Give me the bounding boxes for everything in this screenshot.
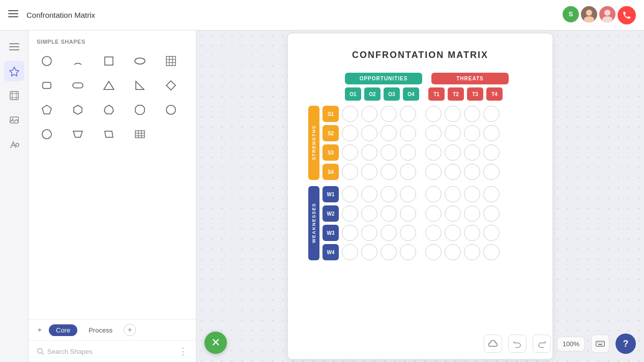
cloud-icon[interactable]: [484, 335, 502, 353]
keyboard-icon[interactable]: [591, 335, 609, 353]
svg-rect-0: [8, 10, 18, 11]
menu-toolbar-btn[interactable]: [4, 37, 24, 57]
right-triangle-shape[interactable]: [130, 75, 150, 96]
hexagon-shape[interactable]: [68, 100, 88, 120]
circle2-shape[interactable]: [161, 100, 181, 120]
svg-rect-29: [73, 83, 83, 88]
help-button[interactable]: ?: [616, 334, 636, 354]
svg-point-38: [42, 130, 51, 139]
opp-badge-o4: O4: [403, 87, 419, 101]
canvas-area[interactable]: CONFRONTATION MATRIX OPPORTUNITIES THREA…: [196, 31, 644, 362]
svg-rect-1: [8, 13, 18, 14]
octagon-shape[interactable]: [130, 100, 150, 120]
strengths-vertical-label: STRENGTHS: [308, 106, 319, 180]
svg-rect-7: [9, 43, 19, 44]
svg-marker-33: [42, 105, 51, 114]
frame-toolbar-btn[interactable]: [4, 85, 24, 106]
draw-toolbar-btn[interactable]: [4, 134, 24, 155]
w-badge-w2: W2: [323, 205, 339, 222]
pentagon-shape[interactable]: [37, 100, 57, 120]
add-tab-btn[interactable]: +: [124, 324, 136, 336]
thr-badge-t1: T1: [428, 87, 445, 101]
svg-line-47: [42, 353, 44, 355]
svg-rect-9: [9, 49, 19, 50]
search-icon: [37, 347, 44, 355]
diagram-card: CONFRONTATION MATRIX OPPORTUNITIES THREA…: [288, 34, 552, 359]
opportunities-label: OPPORTUNITIES: [345, 73, 422, 84]
triangle-shape[interactable]: [99, 75, 119, 96]
svg-marker-30: [104, 81, 114, 89]
avatar-s: S: [563, 6, 579, 22]
svg-marker-40: [105, 131, 113, 137]
svg-rect-28: [43, 82, 51, 88]
phone-button[interactable]: [618, 6, 636, 24]
strengths-section: STRENGTHS S1 S2 S3 S4: [308, 106, 532, 180]
svg-rect-48: [596, 341, 605, 346]
thr-badge-t2: T2: [448, 87, 464, 101]
shapes-grid: [37, 51, 188, 144]
search-input[interactable]: [47, 348, 174, 355]
ellipse-shape[interactable]: [130, 51, 150, 71]
avatar-r: [599, 6, 616, 22]
tab-core[interactable]: Core: [49, 324, 77, 336]
svg-marker-36: [135, 105, 144, 114]
rounded-rect-shape[interactable]: [37, 75, 57, 96]
search-bar: ⋮: [28, 340, 196, 362]
svg-rect-11: [10, 92, 18, 100]
diamond-shape[interactable]: [161, 75, 181, 96]
shapes-toolbar-btn[interactable]: [4, 61, 24, 81]
strength-opp-circles: [342, 106, 416, 180]
parallelogram-shape[interactable]: [99, 124, 119, 144]
square-shape[interactable]: [99, 51, 119, 71]
weaknesses-section: WEAKNESSES W1 W2 W3 W4: [308, 186, 532, 260]
table2-shape[interactable]: [130, 124, 150, 144]
close-fab[interactable]: ✕: [204, 331, 227, 354]
s-badge-s1: S1: [323, 106, 339, 122]
left-toolbar: [0, 31, 28, 362]
trapezoid-shape[interactable]: [68, 124, 88, 144]
opp-badge-o1: O1: [345, 87, 361, 101]
circle-shape[interactable]: [37, 51, 57, 71]
arc-shape[interactable]: [68, 51, 88, 71]
image-toolbar-btn[interactable]: [4, 110, 24, 130]
undo-icon[interactable]: [508, 335, 526, 353]
shape-tabs: ✦ Core Process +: [28, 319, 196, 340]
table-shape[interactable]: [161, 51, 181, 71]
weakness-thr-circles: [425, 186, 500, 260]
svg-marker-10: [10, 67, 19, 76]
svg-rect-8: [9, 46, 19, 47]
zoom-level[interactable]: 100%: [557, 337, 585, 351]
diagram-title: CONFRONTATION MATRIX: [308, 50, 532, 61]
svg-marker-32: [166, 81, 175, 90]
tab-process[interactable]: Process: [81, 324, 120, 336]
s-badge-s4: S4: [323, 164, 339, 180]
strength-badges: S1 S2 S3 S4: [323, 106, 339, 180]
shapes-section-label: SIMPLE SHAPES: [37, 39, 188, 45]
opp-badge-o2: O2: [364, 87, 380, 101]
redo-icon[interactable]: [533, 335, 551, 353]
heptagon-shape[interactable]: [99, 100, 119, 120]
svg-rect-2: [8, 16, 18, 17]
thr-badge-t4: T4: [486, 87, 503, 101]
document-title: Confrontation Matrix: [26, 11, 95, 19]
circle3-shape[interactable]: [37, 124, 57, 144]
collaborators: S: [563, 6, 636, 24]
stadium-shape[interactable]: [68, 75, 88, 96]
svg-point-5: [604, 10, 610, 16]
shapes-panel: SIMPLE SHAPES: [28, 31, 196, 362]
bottom-bar: 100% ?: [484, 334, 636, 354]
svg-marker-35: [104, 105, 113, 114]
sub-badges-row: O1 O2 O3 O4 T1 T2 T3 T4: [345, 87, 532, 101]
svg-marker-34: [74, 105, 82, 114]
thr-badge-t3: T3: [467, 87, 483, 101]
svg-rect-21: [105, 57, 113, 65]
menu-icon[interactable]: [8, 9, 18, 21]
spark-icon: ✦: [37, 326, 43, 334]
avatar-b: [581, 6, 597, 22]
group-labels-row: OPPORTUNITIES THREATS: [345, 73, 532, 84]
weakness-badges: W1 W2 W3 W4: [323, 186, 339, 260]
more-options-icon[interactable]: ⋮: [179, 346, 188, 357]
weaknesses-vertical-label: WEAKNESSES: [308, 186, 319, 260]
svg-point-46: [38, 348, 42, 353]
w-badge-w3: W3: [323, 225, 339, 241]
